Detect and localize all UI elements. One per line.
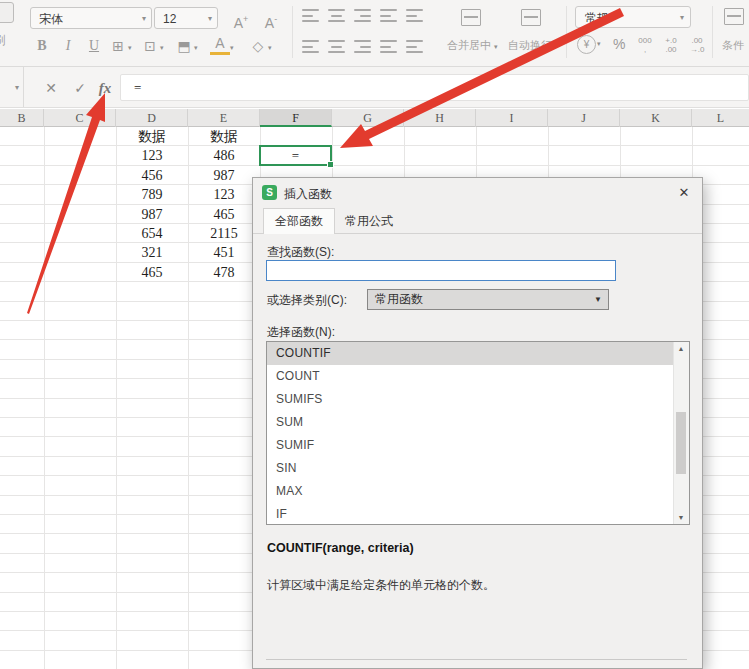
cell-d8[interactable]: 465 xyxy=(116,263,188,282)
column-header-c[interactable]: C xyxy=(44,109,116,127)
list-scrollbar[interactable]: ▲ ▼ xyxy=(673,342,689,524)
underline-button[interactable]: U xyxy=(84,36,104,56)
bold-button[interactable]: B xyxy=(32,36,52,56)
number-format-select[interactable]: 常规 ▾ xyxy=(575,6,691,28)
wrap-text-icon[interactable] xyxy=(521,9,541,26)
borders-button[interactable]: ⊞ xyxy=(108,36,128,56)
cell-d7[interactable]: 321 xyxy=(116,243,188,262)
dialog-title: 插入函数 xyxy=(284,186,332,203)
dialog-separator xyxy=(266,659,687,660)
italic-button[interactable]: I xyxy=(58,36,78,56)
list-item-max[interactable]: MAX xyxy=(267,480,689,503)
justify-icon[interactable] xyxy=(380,40,397,53)
font-size-select[interactable]: 12 ▾ xyxy=(154,7,218,29)
cell-d2[interactable]: 123 xyxy=(116,146,188,165)
increase-indent-icon[interactable] xyxy=(406,9,423,22)
dialog-titlebar[interactable]: S 插入函数 ✕ xyxy=(253,178,702,208)
eraser-icon[interactable]: ◇ xyxy=(248,36,268,56)
align-center-icon[interactable] xyxy=(328,40,345,53)
cell-e3[interactable]: 987 xyxy=(188,166,260,185)
cell-e6[interactable]: 2115 xyxy=(188,224,260,243)
chevron-down-icon[interactable]: ▾ xyxy=(128,44,132,52)
cell-d4[interactable]: 789 xyxy=(116,185,188,204)
format-painter-icon[interactable] xyxy=(0,2,14,23)
column-header-row: B C D E F G H I J K L xyxy=(0,109,749,127)
list-item-sumif[interactable]: SUMIF xyxy=(267,434,689,457)
cell-e4[interactable]: 123 xyxy=(188,185,260,204)
column-header-b[interactable]: B xyxy=(0,109,44,127)
list-item-if[interactable]: IF xyxy=(267,503,689,525)
conditional-format-icon[interactable] xyxy=(724,8,744,25)
merge-center-icon[interactable] xyxy=(461,9,481,26)
shrink-font-button[interactable]: A- xyxy=(258,9,284,29)
cell-d5[interactable]: 987 xyxy=(116,205,188,224)
decrease-indent-icon[interactable] xyxy=(380,9,397,22)
close-icon[interactable]: ✕ xyxy=(675,184,693,202)
chevron-down-icon[interactable]: ▾ xyxy=(597,40,601,48)
list-item-sum[interactable]: SUM xyxy=(267,411,689,434)
align-bottom-icon[interactable] xyxy=(354,9,371,22)
cell-e8[interactable]: 478 xyxy=(188,263,260,282)
cell-d1[interactable]: 数据 xyxy=(116,127,188,146)
scroll-down-icon[interactable]: ▼ xyxy=(674,514,688,521)
grow-font-button[interactable]: A+ xyxy=(228,9,254,29)
cell-e5[interactable]: 465 xyxy=(188,205,260,224)
name-box[interactable]: ▾ xyxy=(0,67,24,107)
column-header-k[interactable]: K xyxy=(620,109,692,127)
wrap-text-button[interactable]: 自动换行 xyxy=(508,38,552,53)
cell-e2[interactable]: 486 xyxy=(188,146,260,165)
toolbar-separator xyxy=(566,6,567,58)
increase-decimal-button[interactable]: +.0.00 xyxy=(660,36,682,54)
column-header-h[interactable]: H xyxy=(404,109,476,127)
font-size-value: 12 xyxy=(163,12,176,26)
formula-input[interactable]: = xyxy=(120,74,749,101)
column-header-d[interactable]: D xyxy=(116,109,188,127)
category-select[interactable]: 常用函数 ▼ xyxy=(367,289,609,310)
fill-color-bucket-icon[interactable]: ⬒ xyxy=(174,36,194,56)
align-middle-icon[interactable] xyxy=(328,9,345,22)
comma-format-button[interactable]: 000, xyxy=(634,36,656,54)
active-cell-f2[interactable]: = xyxy=(259,145,332,166)
align-left-icon[interactable] xyxy=(302,40,319,53)
align-right-icon[interactable] xyxy=(354,40,371,53)
list-item-countif[interactable]: COUNTIF xyxy=(267,342,689,365)
distribute-icon[interactable] xyxy=(406,40,423,53)
chevron-down-icon: ▼ xyxy=(594,290,602,309)
scroll-up-icon[interactable]: ▲ xyxy=(674,345,688,352)
decrease-decimal-button[interactable]: .00→.0 xyxy=(686,36,708,54)
percent-format-button[interactable]: % xyxy=(613,36,625,52)
search-function-input[interactable] xyxy=(266,260,616,281)
merge-center-button[interactable]: 合并居中 ▾ xyxy=(447,38,498,53)
chevron-down-icon[interactable]: ▾ xyxy=(160,44,164,52)
font-color-button[interactable]: A xyxy=(210,36,230,55)
column-header-e[interactable]: E xyxy=(188,109,260,127)
column-header-j[interactable]: J xyxy=(548,109,620,127)
enter-button[interactable]: ✓ xyxy=(69,77,91,99)
align-top-icon[interactable] xyxy=(302,9,319,22)
chevron-down-icon[interactable]: ▾ xyxy=(268,44,272,52)
select-function-label: 选择函数(N): xyxy=(267,324,335,341)
fill-handle[interactable] xyxy=(327,161,334,168)
insert-function-button[interactable]: fx xyxy=(94,77,116,99)
cell-e1[interactable]: 数据 xyxy=(188,127,260,146)
list-item-sin[interactable]: SIN xyxy=(267,457,689,480)
chevron-down-icon[interactable]: ▾ xyxy=(194,44,198,52)
currency-format-button[interactable]: ¥ xyxy=(577,35,596,54)
cancel-button[interactable]: ✕ xyxy=(40,77,62,99)
tab-all-functions[interactable]: 全部函数 xyxy=(263,208,335,234)
cell-e7[interactable]: 451 xyxy=(188,243,260,262)
tab-common-formulas[interactable]: 常用公式 xyxy=(338,209,400,233)
column-header-f-selected[interactable]: F xyxy=(260,109,332,127)
conditional-format-button[interactable]: 条件 xyxy=(722,38,744,53)
scrollbar-thumb[interactable] xyxy=(676,412,686,474)
column-header-g[interactable]: G xyxy=(332,109,404,127)
font-name-select[interactable]: 宋体 ▾ xyxy=(30,7,152,29)
cell-d6[interactable]: 654 xyxy=(116,224,188,243)
column-header-i[interactable]: I xyxy=(476,109,548,127)
cell-d3[interactable]: 456 xyxy=(116,166,188,185)
chevron-down-icon[interactable]: ▾ xyxy=(230,44,234,52)
cell-style-button[interactable]: ⊡ xyxy=(140,36,160,56)
list-item-sumifs[interactable]: SUMIFS xyxy=(267,388,689,411)
list-item-count[interactable]: COUNT xyxy=(267,365,689,388)
column-header-l[interactable]: L xyxy=(692,109,749,127)
